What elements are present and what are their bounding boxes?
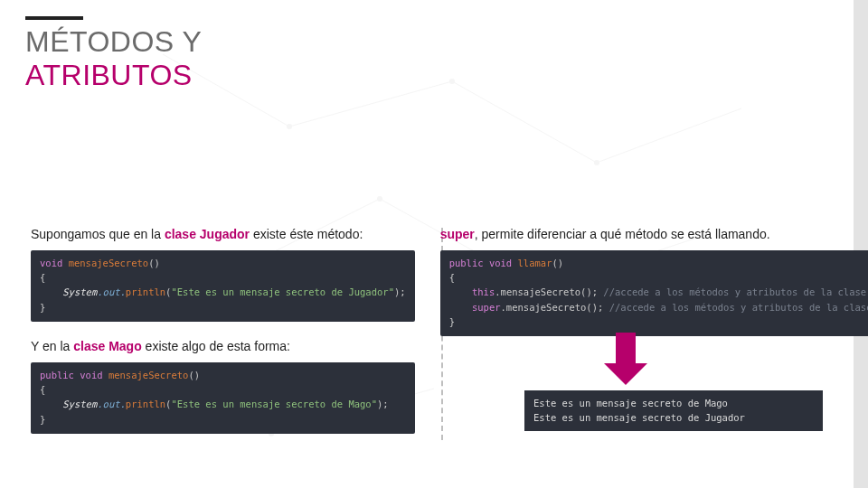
fn-println: println [126,399,165,409]
text: , permite diferenciar a qué método se es… [475,227,770,241]
text: Supongamos que en la [31,227,165,241]
console-output: Este es un mensaje secreto de Mago Este … [524,390,823,431]
output-line-1: Este es un mensaje secreto de Mago [533,398,728,408]
text: existe éste método: [250,227,363,241]
text: Y en la [31,339,73,353]
svg-point-10 [449,79,455,84]
mem-out: .out. [97,399,126,409]
kw-void: void [40,258,62,268]
left-column: Supongamos que en la clase Jugador exist… [31,226,415,434]
highlight-mago: clase Mago [73,339,141,353]
kw-public: public [449,258,484,268]
code-mago: public void mensajeSecreto() { System.ou… [31,362,415,434]
title-rule [25,16,83,20]
title-line-2: ATRIBUTOS [25,59,202,92]
fn-name: mensajeSecreto [69,258,149,268]
slide-title: MÉTODOS Y ATRIBUTOS [25,16,202,92]
right-para: super, permite diferenciar a qué método … [440,226,868,243]
comment-2: //accede a los métodos y atributos de la… [609,302,868,313]
svg-line-2 [452,81,597,163]
str-literal: "Este es un mensaje secreto de Mago" [171,399,377,409]
svg-point-12 [377,196,382,202]
call-super: .mensajeSecreto(); [501,302,604,313]
kw-super: super [472,302,501,313]
svg-line-3 [597,108,741,163]
svg-point-9 [287,124,292,129]
text: existe algo de esta forma: [142,339,290,353]
fn-name: llamar [518,258,552,268]
cls-system: System [62,286,97,297]
code-llamar: public void llamar() { this.mensajeSecre… [440,250,868,336]
fn-println: println [126,286,165,297]
svg-point-11 [594,160,599,165]
call-this: .mensajeSecreto(); [495,286,598,297]
cls-system: System [62,399,97,409]
kw-void: void [80,370,102,380]
comment-1: //accede a los métodos y atributos de la… [603,286,868,297]
str-literal: "Este es un mensaje secreto de Jugador" [171,286,394,297]
kw-this: this [472,286,495,297]
svg-line-1 [289,81,452,127]
left-para-2: Y en la clase Mago existe algo de esta f… [31,338,415,355]
left-para-1: Supongamos que en la clase Jugador exist… [31,226,415,243]
highlight-jugador: clase Jugador [165,227,250,241]
mem-out: .out. [97,286,126,297]
kw-public: public [40,370,74,380]
kw-void: void [489,258,512,268]
title-line-1: MÉTODOS Y [25,25,202,59]
output-line-2: Este es un mensaje secreto de Jugador [533,412,745,423]
code-jugador: void mensajeSecreto() { System.out.print… [31,250,415,322]
highlight-super: super [440,227,475,241]
fn-name: mensajeSecreto [108,370,189,380]
